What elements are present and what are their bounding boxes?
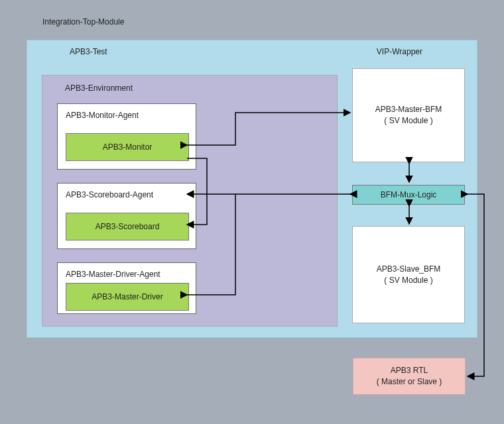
apb3-rtl-box: APB3 RTL ( Master or Slave ): [353, 358, 466, 395]
apb3-test-label: APB3-Test: [70, 47, 107, 56]
vip-wrapper-label: VIP-Wrapper: [377, 47, 422, 56]
driver-agent-label: APB3-Master-Driver-Agent: [66, 270, 160, 279]
rtl-line2: ( Master or Slave ): [377, 376, 442, 388]
monitor-agent: APB3-Monitor-Agent APB3-Monitor: [57, 103, 196, 170]
slave-bfm-line2: ( SV Module ): [384, 275, 432, 286]
top-container: APB3-Test APB3-Environment APB3-Monitor-…: [27, 40, 477, 338]
master-bfm-box: APB3-Master-BFM ( SV Module ): [352, 68, 465, 162]
driver-inner: APB3-Master-Driver: [66, 283, 189, 311]
apb3-environment: APB3-Environment APB3-Monitor-Agent APB3…: [42, 75, 338, 327]
monitor-agent-label: APB3-Monitor-Agent: [66, 111, 139, 120]
scoreboard-agent: APB3-Scoreboard-Agent APB3-Scoreboard: [57, 183, 196, 249]
rtl-line1: APB3 RTL: [391, 365, 428, 376]
master-bfm-line1: APB3-Master-BFM: [375, 104, 442, 115]
monitor-inner-label: APB3-Monitor: [103, 142, 153, 152]
driver-agent: APB3-Master-Driver-Agent APB3-Master-Dri…: [57, 262, 196, 314]
scoreboard-inner: APB3-Scoreboard: [66, 213, 189, 240]
slave-bfm-line1: APB3-Slave_BFM: [377, 264, 441, 275]
scoreboard-agent-label: APB3-Scoreboard-Agent: [66, 190, 153, 199]
integration-top-module-title: Integration-Top-Module: [42, 17, 124, 26]
slave-bfm-box: APB3-Slave_BFM ( SV Module ): [352, 226, 465, 323]
bfm-mux-label: BFM-Mux-Logic: [381, 190, 437, 199]
apb3-environment-label: APB3-Environment: [65, 83, 133, 93]
scoreboard-inner-label: APB3-Scoreboard: [95, 222, 160, 231]
master-bfm-line2: ( SV Module ): [384, 115, 432, 127]
bfm-mux-box: BFM-Mux-Logic: [352, 185, 465, 205]
monitor-inner: APB3-Monitor: [66, 133, 189, 161]
driver-inner-label: APB3-Master-Driver: [92, 292, 162, 301]
